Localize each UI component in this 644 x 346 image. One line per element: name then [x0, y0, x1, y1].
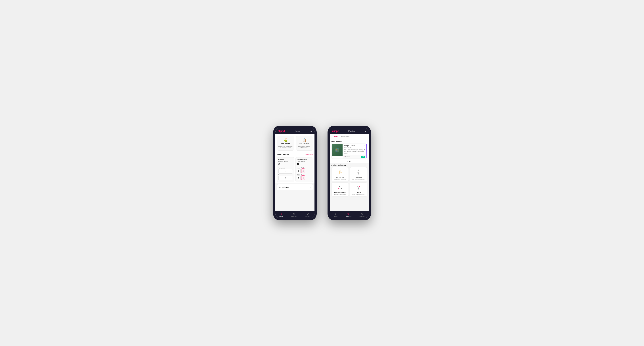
skill-approach[interactable]: Approach Dial-in to hit the green — [350, 167, 367, 181]
chevron-right-icon: › — [310, 186, 310, 188]
golf-bag-label: My Golf Bag — [279, 186, 289, 188]
svg-point-6 — [339, 173, 340, 174]
phone-1-screen: clippd Home ≡ ⛳ Add Round Record your sh… — [276, 128, 314, 218]
svg-text:🏌️: 🏌️ — [335, 148, 339, 152]
drill-card-sidebar — [366, 144, 367, 159]
nav-home[interactable]: ⌂ Home — [279, 212, 283, 217]
putt-box: 4 — [301, 175, 305, 180]
skill-off-the-tee[interactable]: Off The Tee Power and accuracy — [332, 167, 349, 181]
svg-point-13 — [358, 172, 358, 173]
tournament-label: Tournament — [278, 168, 293, 169]
drill-yardage: 50–100 yds — [344, 147, 365, 149]
nav-capture[interactable]: ⊕ Capture — [305, 212, 310, 217]
explore-title: Explore skill areas — [332, 164, 367, 166]
drill-info: Wedge Ladder ☆ 50–100 yds Play 1 shot at… — [342, 144, 367, 155]
off-the-tee-name: Off The Tee — [336, 176, 344, 178]
tab-drills[interactable]: Drills — [332, 134, 340, 139]
rounds-capture-label: Rounds Capture — [278, 161, 293, 162]
nav-activities[interactable]: ⚙ Activities — [291, 212, 297, 217]
atg-icon-area — [336, 184, 344, 191]
phone2-activities-label: Activities — [346, 215, 352, 217]
putt-stat: PUTT 4 — [301, 174, 305, 180]
phone2-content: Drills Favourites Most Popular 🏌️ Wedge … — [330, 134, 369, 211]
svg-point-14 — [359, 172, 359, 172]
skill-putting[interactable]: Putting Make and lag practice — [350, 182, 367, 196]
phone1-action-cards: ⛳ Add Round Record your shots in fast or… — [276, 134, 314, 152]
phone2-nav-home[interactable]: ⌂ Home — [334, 212, 338, 217]
last3months-label: Last 3 Months — [277, 154, 289, 156]
app-label: APP — [301, 167, 305, 168]
home-icon: ⌂ — [280, 212, 282, 215]
add-round-icon: ⛳ — [284, 138, 288, 142]
drill-card-body: Wedge Ladder ☆ 50–100 yds Play 1 shot at… — [342, 144, 367, 159]
approach-svg — [355, 169, 362, 175]
drills-big-value: 8 — [297, 163, 312, 166]
golf-bag-row[interactable]: My Golf Bag › — [277, 184, 313, 190]
add-practice-title: Add Practice — [299, 143, 309, 145]
add-round-card[interactable]: ⛳ Add Round Record your shots in fast or… — [277, 136, 294, 151]
phone2-nav-capture[interactable]: ⊕ Capture — [360, 212, 365, 217]
app-badge: APP — [361, 156, 365, 158]
phone2-logo: clippd — [332, 130, 339, 133]
drills-row-2: ARG 0 PUTT 4 — [297, 174, 312, 180]
practice-rounds-value: 0 — [285, 177, 286, 179]
putt-label: PUTT — [301, 174, 305, 175]
atg-svg — [337, 184, 343, 191]
off-the-tee-desc: Power and accuracy — [334, 178, 346, 180]
off-the-tee-icon-area — [336, 169, 344, 176]
ott-value: 0 — [298, 170, 300, 172]
skill-around-the-green[interactable]: Around The Green Hone your short game — [332, 182, 349, 196]
phone1-content: ⛳ Add Round Record your shots in fast or… — [276, 134, 314, 211]
practice-rounds-label: Practice — [278, 174, 293, 175]
add-practice-icon: 📋 — [302, 138, 306, 142]
putt-value: 4 — [302, 177, 304, 179]
add-practice-desc: Capture your practice off-the-course — [297, 145, 312, 149]
app-box: 4 — [301, 169, 305, 173]
tournament-value: 0 — [285, 171, 286, 173]
phone-2: clippd Practice ≡ Drills Favourites Most… — [328, 126, 371, 220]
ott-stat: OTT 0 — [297, 167, 301, 173]
star-icon[interactable]: ☆ — [364, 145, 365, 147]
around-the-green-name: Around The Green — [334, 191, 346, 193]
capture-nav-label: Capture — [305, 215, 310, 217]
arg-label: ARG — [297, 174, 301, 175]
wedge-ladder-card[interactable]: 🏌️ Wedge Ladder ☆ 50–100 yds Play 1 shot… — [332, 144, 367, 159]
phone-1: clippd Home ≡ ⛳ Add Round Record your sh… — [273, 126, 317, 220]
dot-1 — [347, 161, 348, 162]
activities-nav-label: Activities — [291, 215, 297, 217]
phone2-menu-icon[interactable]: ≡ — [365, 130, 366, 133]
svg-point-16 — [358, 173, 359, 174]
home-nav-label: Home — [279, 215, 283, 217]
phone1-header: clippd Home ≡ — [276, 128, 314, 134]
svg-point-20 — [339, 186, 340, 187]
putting-icon-area — [355, 184, 362, 191]
phone1-bottom-nav: ⌂ Home ⚙ Activities ⊕ Capture — [276, 211, 314, 218]
app-value: 4 — [302, 170, 304, 172]
add-practice-card[interactable]: 📋 Add Practice Capture your practice off… — [296, 136, 313, 151]
tab-favourites[interactable]: Favourites — [340, 134, 352, 139]
svg-point-12 — [358, 170, 359, 171]
phone2-capture-label: Capture — [360, 215, 365, 217]
svg-line-28 — [358, 186, 358, 187]
arg-value: 0 — [298, 177, 300, 179]
phone1-menu-icon[interactable]: ≡ — [310, 130, 312, 133]
most-popular-title: Most Popular — [332, 141, 367, 143]
phone2-activities-icon: ⚙ — [347, 212, 350, 215]
phone2-title: Practice — [348, 130, 356, 132]
phone2-bottom-nav: ⌂ Home ⚙ Activities ⊕ Capture — [330, 211, 369, 218]
activities-icon: ⚙ — [293, 212, 295, 215]
view-activity-link[interactable]: View Activity — [304, 154, 312, 155]
svg-line-21 — [339, 188, 340, 189]
phone2-home-label: Home — [334, 215, 338, 217]
phone2-nav-activities[interactable]: ⚙ Activities — [346, 212, 352, 217]
svg-point-7 — [341, 172, 342, 173]
add-round-desc: Record your shots in fast or enhanced mo… — [278, 145, 292, 149]
phone1-title: Home — [295, 130, 300, 132]
putting-svg — [355, 184, 362, 191]
phone-2-screen: clippd Practice ≡ Drills Favourites Most… — [330, 128, 369, 218]
svg-point-24 — [358, 188, 359, 190]
dot-3 — [350, 161, 351, 162]
approach-desc: Dial-in to hit the green — [352, 178, 364, 180]
phone2-home-icon: ⌂ — [335, 212, 336, 215]
drill-footer: ● 9 shots APP — [342, 155, 367, 159]
